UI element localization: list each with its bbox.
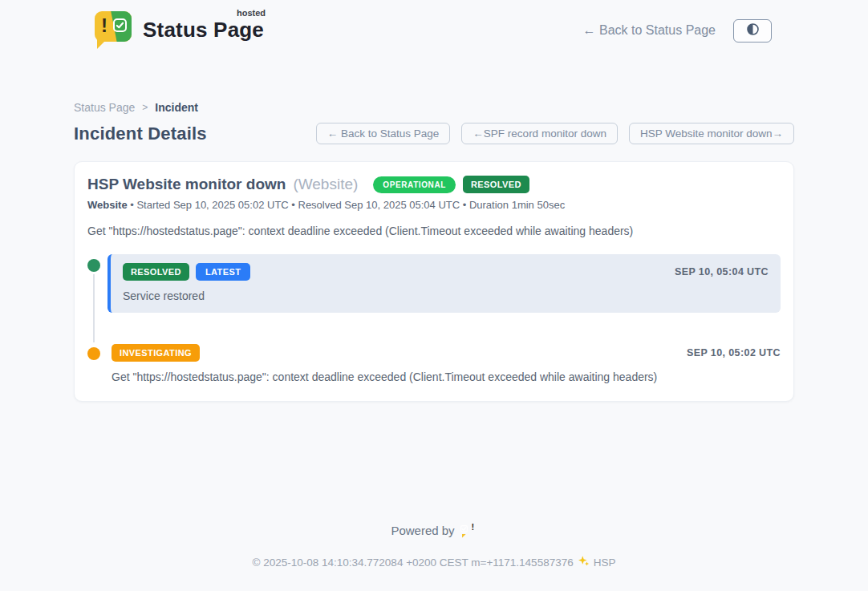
powered-by-label: Powered by: [391, 524, 454, 537]
incident-component: (Website): [293, 176, 358, 193]
timeline-latest-badge: LATEST: [196, 263, 250, 281]
operational-status-badge: OPERATIONAL: [373, 176, 456, 193]
timeline-message: Service restored: [123, 289, 769, 302]
breadcrumb: Status Page > Incident: [74, 101, 794, 114]
breadcrumb-status-page[interactable]: Status Page: [74, 101, 135, 114]
check-icon: [113, 18, 127, 32]
timeline-dot-green: [87, 259, 100, 272]
timeline-investigating-badge: INVESTIGATING: [112, 344, 200, 362]
incident-nav-buttons: ← Back to Status Page ←SPF record monito…: [316, 123, 794, 144]
incident-meta: Website • Started Sep 10, 2025 05:02 UTC…: [87, 199, 781, 211]
meta-component-name: Website: [87, 199, 128, 211]
resolved-status-badge: RESOLVED: [463, 176, 529, 193]
timeline-timestamp: SEP 10, 05:04 UTC: [675, 266, 769, 277]
footer-logo-icon[interactable]: !: [461, 522, 477, 538]
status-page-logo-icon: !: [95, 11, 133, 50]
incident-card: HSP Website monitor down (Website) OPERA…: [74, 161, 794, 402]
next-incident-button[interactable]: HSP Website monitor down→: [629, 123, 794, 144]
meta-details: • Started Sep 10, 2025 05:02 UTC • Resol…: [128, 199, 566, 211]
timeline-entry-investigating: INVESTIGATING SEP 10, 05:02 UTC Get "htt…: [87, 342, 781, 383]
breadcrumb-separator: >: [142, 102, 148, 113]
theme-toggle-button[interactable]: [733, 19, 772, 43]
header: ! Status Page hosted ← Back to Status Pa…: [0, 0, 868, 50]
back-to-status-page-link[interactable]: ← Back to Status Page: [583, 23, 716, 38]
prev-incident-button[interactable]: ←SPF record monitor down: [461, 123, 618, 144]
timeline-entry-resolved: RESOLVED LATEST SEP 10, 05:04 UTC Servic…: [87, 254, 781, 313]
timeline-resolved-badge: RESOLVED: [123, 263, 189, 281]
brand-hosted-superscript: hosted: [237, 8, 266, 18]
timeline-timestamp: SEP 10, 05:02 UTC: [687, 347, 781, 358]
page-title: Incident Details: [74, 123, 207, 144]
incident-timeline: RESOLVED LATEST SEP 10, 05:04 UTC Servic…: [87, 254, 781, 383]
copyright-line: © 2025-10-08 14:10:34.772084 +0200 CEST …: [0, 555, 868, 569]
timeline-dot-orange: [87, 347, 100, 360]
timeline-message: Get "https://hostedstatus.page": context…: [112, 370, 781, 383]
sparkles-icon: [578, 555, 590, 569]
incident-title: HSP Website monitor down: [87, 176, 286, 193]
incident-description: Get "https://hostedstatus.page": context…: [87, 225, 781, 237]
back-to-status-page-button[interactable]: ← Back to Status Page: [316, 123, 451, 144]
main-content: Status Page > Incident Incident Details …: [74, 101, 794, 402]
brand-logo[interactable]: ! Status Page hosted: [95, 11, 264, 50]
copyright-suffix: HSP: [594, 557, 616, 569]
brand-name: Status Page: [143, 18, 264, 42]
footer: Powered by ! © 2025-10-08 14:10:34.77208…: [0, 522, 868, 569]
half-circle-icon: [745, 22, 761, 40]
breadcrumb-incident: Incident: [155, 101, 198, 114]
copyright-text: © 2025-10-08 14:10:34.772084 +0200 CEST …: [253, 557, 574, 569]
